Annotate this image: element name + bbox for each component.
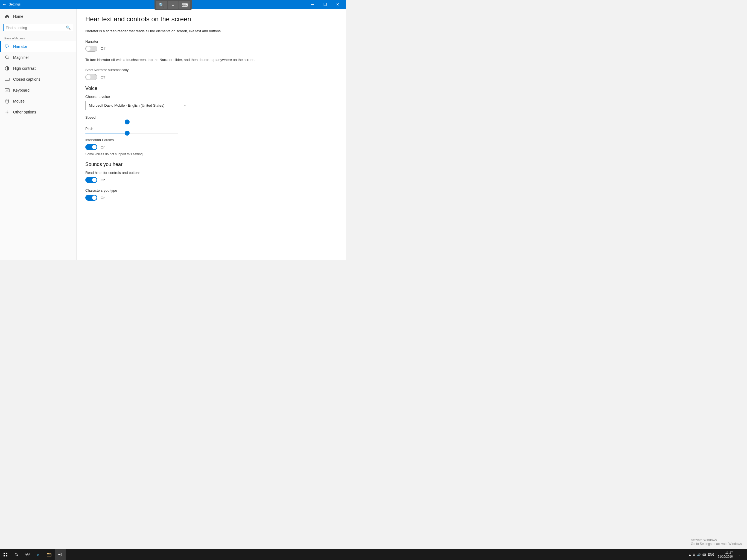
sidebar-item-narrator[interactable]: Narrator bbox=[0, 41, 76, 52]
search-input[interactable] bbox=[6, 26, 66, 30]
mouse-icon bbox=[4, 98, 10, 104]
keyboard-button[interactable]: ⌨ bbox=[179, 1, 190, 9]
intonation-toggle-row: On bbox=[85, 144, 337, 150]
titlebar-controls: ─ ❐ ✕ bbox=[306, 0, 344, 9]
start-narrator-row: Start Narrator automatically Off bbox=[85, 68, 337, 80]
chars-toggle-row: On bbox=[85, 195, 337, 201]
high-contrast-icon bbox=[4, 66, 10, 71]
svg-point-1 bbox=[5, 56, 8, 58]
content-area: Home 🔍 Ease of Access Narrator Magnifier bbox=[0, 9, 346, 260]
sidebar-captions-label: Closed captions bbox=[13, 77, 41, 81]
chars-toggle[interactable] bbox=[85, 195, 97, 201]
restore-button[interactable]: ❐ bbox=[319, 0, 331, 9]
speed-label: Speed bbox=[85, 116, 178, 120]
toolbar: 🔍 ≡ ⌨ bbox=[154, 0, 192, 10]
chars-toggle-thumb bbox=[92, 196, 97, 200]
narrator-setting-row: Narrator Off bbox=[85, 40, 337, 52]
section-label: Ease of Access bbox=[0, 33, 76, 41]
narrator-toggle-thumb bbox=[86, 47, 91, 51]
speed-slider-thumb[interactable] bbox=[125, 120, 130, 124]
home-icon bbox=[4, 14, 10, 19]
intonation-toggle[interactable] bbox=[85, 144, 97, 150]
read-hints-toggle-row: On bbox=[85, 177, 337, 183]
titlebar-title: Settings bbox=[9, 2, 21, 6]
other-options-icon bbox=[4, 109, 10, 115]
narrator-toggle[interactable] bbox=[85, 46, 97, 52]
intonation-toggle-thumb bbox=[92, 145, 97, 149]
magnifier-icon bbox=[4, 55, 10, 60]
start-narrator-toggle-row: Off bbox=[85, 74, 337, 80]
sidebar-item-high-contrast[interactable]: High contrast bbox=[0, 63, 76, 74]
chars-toggle-label: On bbox=[101, 196, 105, 200]
minimize-button[interactable]: ─ bbox=[306, 0, 319, 9]
sidebar-narrator-label: Narrator bbox=[13, 44, 27, 49]
intonation-row: Intonation Pauses On Some voices do not … bbox=[85, 138, 337, 156]
start-narrator-label: Start Narrator automatically bbox=[85, 68, 337, 72]
narrator-toggle-label: Off bbox=[101, 47, 105, 51]
pitch-slider-thumb[interactable] bbox=[125, 131, 130, 136]
speed-slider-row: Speed bbox=[85, 116, 178, 122]
sidebar-other-label: Other options bbox=[13, 110, 36, 114]
voice-dropdown-value: Microsoft David Mobile - English (United… bbox=[89, 103, 164, 107]
read-hints-row: Read hints for controls and buttons On bbox=[85, 171, 337, 183]
svg-text:CC: CC bbox=[6, 79, 8, 80]
read-hints-label: Read hints for controls and buttons bbox=[85, 171, 337, 175]
sidebar-home-button[interactable]: Home bbox=[0, 11, 76, 22]
app-window: ← Settings 🔍 ≡ ⌨ ─ ❐ ✕ Home 🔍 bbox=[0, 0, 346, 260]
svg-rect-6 bbox=[5, 88, 9, 92]
narrator-touchscreen-note: To turn Narrator off with a touchscreen,… bbox=[85, 57, 271, 62]
chars-label: Characters you type bbox=[85, 188, 337, 193]
closed-captions-icon: CC bbox=[4, 77, 10, 82]
pitch-label: Pitch bbox=[85, 127, 178, 131]
menu-button[interactable]: ≡ bbox=[168, 1, 179, 9]
sidebar-mouse-label: Mouse bbox=[13, 99, 25, 103]
read-hints-toggle-label: On bbox=[101, 178, 105, 182]
chevron-down-icon: ▾ bbox=[184, 104, 186, 107]
close-button[interactable]: ✕ bbox=[331, 0, 344, 9]
titlebar-left: ← Settings bbox=[2, 2, 21, 7]
read-hints-toggle[interactable] bbox=[85, 177, 97, 183]
sidebar-item-other-options[interactable]: Other options bbox=[0, 107, 76, 118]
home-label: Home bbox=[13, 14, 23, 19]
narrator-icon bbox=[4, 44, 10, 49]
pitch-slider-row: Pitch bbox=[85, 127, 178, 133]
choose-voice-label: Choose a voice bbox=[85, 95, 337, 99]
voice-section-title: Voice bbox=[85, 85, 337, 91]
chars-row: Characters you type On bbox=[85, 188, 337, 201]
start-narrator-toggle[interactable] bbox=[85, 74, 97, 80]
sidebar-high-contrast-label: High contrast bbox=[13, 66, 35, 71]
sidebar-keyboard-label: Keyboard bbox=[13, 88, 29, 93]
search-box[interactable]: 🔍 bbox=[3, 24, 73, 31]
keyboard-icon bbox=[4, 87, 10, 93]
sidebar-item-magnifier[interactable]: Magnifier bbox=[0, 52, 76, 63]
svg-rect-0 bbox=[5, 45, 8, 47]
pitch-slider[interactable] bbox=[85, 133, 178, 133]
intonation-toggle-label: On bbox=[101, 145, 105, 149]
voice-dropdown[interactable]: Microsoft David Mobile - English (United… bbox=[85, 101, 189, 110]
main-content: Hear text and controls on the screen Nar… bbox=[77, 9, 346, 260]
choose-voice-row: Choose a voice Microsoft David Mobile - … bbox=[85, 95, 337, 110]
intonation-note: Some voices do not support this setting. bbox=[85, 152, 337, 156]
sidebar-magnifier-label: Magnifier bbox=[13, 55, 29, 59]
narrator-toggle-row: Off bbox=[85, 46, 337, 52]
titlebar: ← Settings 🔍 ≡ ⌨ ─ ❐ ✕ bbox=[0, 0, 346, 9]
svg-point-14 bbox=[6, 111, 8, 113]
search-icon: 🔍 bbox=[66, 25, 71, 30]
speed-slider[interactable] bbox=[85, 122, 178, 122]
intonation-label: Intonation Pauses bbox=[85, 138, 337, 142]
page-title: Hear text and controls on the screen bbox=[85, 15, 337, 23]
start-narrator-toggle-label: Off bbox=[101, 75, 105, 79]
sidebar-item-closed-captions[interactable]: CC Closed captions bbox=[0, 74, 76, 85]
back-button[interactable]: ← bbox=[2, 2, 6, 7]
sidebar: Home 🔍 Ease of Access Narrator Magnifier bbox=[0, 9, 77, 260]
read-hints-toggle-thumb bbox=[92, 178, 97, 182]
sounds-section-title: Sounds you hear bbox=[85, 161, 337, 167]
start-narrator-toggle-thumb bbox=[86, 75, 91, 79]
svg-line-2 bbox=[8, 58, 9, 59]
narrator-label: Narrator bbox=[85, 40, 337, 44]
narrator-description: Narrator is a screen reader that reads a… bbox=[85, 28, 271, 34]
zoom-button[interactable]: 🔍 bbox=[156, 1, 167, 9]
sidebar-item-keyboard[interactable]: Keyboard bbox=[0, 85, 76, 96]
sidebar-item-mouse[interactable]: Mouse bbox=[0, 96, 76, 107]
